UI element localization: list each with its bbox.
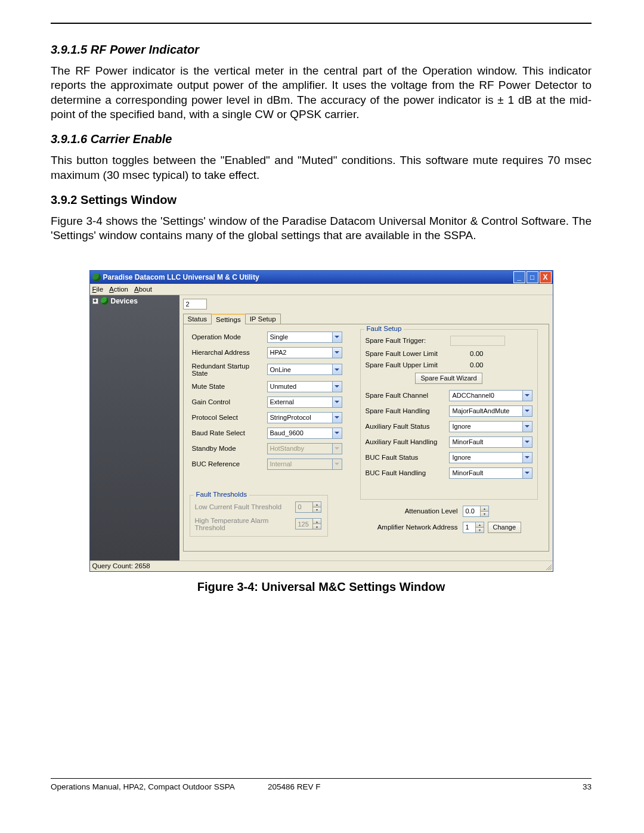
label-spare-channel: Spare Fault Channel	[366, 392, 450, 399]
para-rf-power: The RF Power indicator is the vertical m…	[51, 64, 592, 122]
spin-low-current[interactable]: 0▴▾	[295, 501, 321, 513]
combo-mute-state[interactable]: Unmuted	[267, 381, 342, 392]
figure-settings-window: Paradise Datacom LLC Universal M & C Uti…	[89, 270, 553, 572]
footer-mid: 205486 REV F	[268, 782, 321, 791]
label-aux-handling: Auxiliary Fault Handling	[366, 438, 450, 445]
tree-expander-icon[interactable]: +	[92, 298, 98, 304]
spin-attenuation[interactable]: 0.0▴▾	[463, 506, 489, 517]
chevron-down-icon	[332, 444, 342, 454]
label-aux-status: Auxiliary Fault Status	[366, 423, 450, 430]
heading-settings-window: 3.9.2 Settings Window	[51, 193, 592, 207]
chevron-down-icon	[522, 422, 532, 432]
label-net-address: Amplifier Network Address	[369, 524, 463, 531]
legend-fault-setup: Fault Setup	[364, 325, 404, 332]
label-protocol-select: Protocol Select	[192, 414, 267, 421]
heading-carrier-enable: 3.9.1.6 Carrier Enable	[51, 132, 592, 146]
label-gain-control: Gain Control	[192, 398, 267, 405]
window-title: Paradise Datacom LLC Universal M & C Uti…	[103, 273, 259, 281]
combo-baud-rate[interactable]: Baud_9600	[267, 428, 342, 439]
combo-protocol-select[interactable]: StringProtocol	[267, 412, 342, 423]
combo-standby-mode: HotStandby	[267, 443, 342, 454]
label-buc-handling: BUC Fault Handling	[366, 469, 450, 476]
spin-high-temp[interactable]: 125▴▾	[295, 518, 321, 529]
tab-settings[interactable]: Settings	[211, 314, 246, 324]
combo-aux-handling[interactable]: MinorFault	[449, 436, 532, 448]
combo-redundant-startup[interactable]: OnLine	[267, 364, 342, 375]
device-id-input[interactable]: 2	[183, 299, 207, 309]
menu-action[interactable]: Action	[109, 286, 128, 293]
chevron-down-icon	[332, 413, 342, 423]
chevron-down-icon	[332, 364, 342, 374]
label-mute-state: Mute State	[192, 383, 267, 390]
label-hierarchal-address: Hierarchal Address	[192, 349, 267, 356]
combo-operation-mode[interactable]: Single	[267, 332, 342, 343]
label-baud-rate: Baud Rate Select	[192, 429, 267, 436]
page-footer: Operations Manual, HPA2, Compact Outdoor…	[51, 778, 592, 791]
chevron-down-icon	[332, 332, 342, 342]
settings-tab-body: Operation Mode Single Hierarchal Address…	[183, 324, 549, 552]
chevron-down-icon	[522, 406, 532, 416]
maximize-button[interactable]: □	[527, 271, 538, 283]
label-high-temp: High Temperature Alarm Threshold	[195, 517, 295, 531]
chevron-down-icon	[522, 437, 532, 447]
footer-page-number: 33	[583, 782, 592, 791]
label-spare-handling: Spare Fault Handling	[366, 407, 450, 414]
globe-icon	[101, 297, 109, 305]
legend-fault-thresholds: Fault Thresholds	[194, 491, 249, 498]
input-spare-trigger[interactable]	[450, 336, 505, 346]
chevron-down-icon	[332, 459, 342, 469]
app-icon	[92, 273, 101, 281]
status-bar: Query Count: 2658	[90, 561, 553, 571]
para-carrier-enable: This button toggles between the "Enabled…	[51, 153, 592, 182]
spin-net-address[interactable]: 1▴▾	[463, 522, 484, 533]
label-operation-mode: Operation Mode	[192, 333, 267, 340]
label-spare-trigger: Spare Fault Trigger:	[366, 337, 450, 344]
chevron-down-icon	[332, 428, 342, 438]
resize-grip-icon[interactable]	[544, 563, 552, 570]
label-attenuation: Attenuation Level	[369, 507, 463, 515]
combo-spare-channel[interactable]: ADCChannel0	[449, 390, 532, 401]
device-tree[interactable]: + Devices	[90, 295, 179, 561]
combo-buc-reference: Internal	[267, 459, 342, 470]
combo-buc-handling[interactable]: MinorFault	[449, 467, 532, 479]
change-button[interactable]: Change	[488, 522, 522, 533]
menu-file[interactable]: File	[92, 286, 104, 293]
window-titlebar[interactable]: Paradise Datacom LLC Universal M & C Uti…	[90, 271, 553, 284]
group-fault-thresholds: Fault Thresholds Low Current Fault Thres…	[190, 495, 328, 537]
footer-left: Operations Manual, HPA2, Compact Outdoor…	[51, 782, 235, 791]
para-settings-window: Figure 3-4 shows the 'Settings' window o…	[51, 214, 592, 243]
label-lower-limit: Spare Fault Lower Limit	[366, 350, 450, 357]
label-buc-status: BUC Fault Status	[366, 454, 450, 461]
label-upper-limit: Spare Fault Upper Limit	[366, 361, 450, 368]
chevron-down-icon	[522, 391, 532, 401]
label-low-current: Low Current Fault Threshold	[195, 503, 295, 510]
tree-root-label: Devices	[111, 297, 138, 305]
chevron-down-icon	[332, 348, 342, 358]
tab-status[interactable]: Status	[183, 314, 212, 324]
combo-hierarchal-address[interactable]: HPA2	[267, 347, 342, 358]
label-standby-mode: Standby Mode	[192, 445, 267, 452]
spare-fault-wizard-button[interactable]: Spare Fault Wizard	[415, 373, 482, 384]
close-button[interactable]: X	[540, 271, 552, 283]
label-buc-reference: BUC Reference	[192, 460, 267, 467]
status-text: Query Count: 2658	[92, 562, 150, 569]
heading-rf-power: 3.9.1.5 RF Power Indicator	[51, 43, 592, 57]
value-upper-limit: 0.00	[450, 361, 484, 368]
label-redundant-startup: Redundant Startup State	[192, 363, 267, 377]
combo-spare-handling[interactable]: MajorFaultAndMute	[449, 405, 532, 417]
chevron-down-icon	[522, 453, 532, 463]
figure-caption: Figure 3-4: Universal M&C Settings Windo…	[51, 580, 592, 594]
menu-about[interactable]: About	[134, 286, 152, 293]
chevron-down-icon	[522, 468, 532, 478]
group-fault-setup: Fault Setup Spare Fault Trigger: Spare F…	[360, 329, 538, 500]
menu-bar: File Action About	[90, 284, 553, 295]
minimize-button[interactable]: _	[513, 271, 525, 283]
chevron-down-icon	[332, 382, 342, 392]
combo-aux-status[interactable]: Ignore	[449, 421, 532, 432]
chevron-down-icon	[332, 397, 342, 407]
combo-gain-control[interactable]: External	[267, 397, 342, 408]
combo-buc-status[interactable]: Ignore	[449, 452, 532, 463]
value-lower-limit: 0.00	[450, 350, 484, 357]
tab-ip-setup[interactable]: IP Setup	[245, 314, 281, 324]
